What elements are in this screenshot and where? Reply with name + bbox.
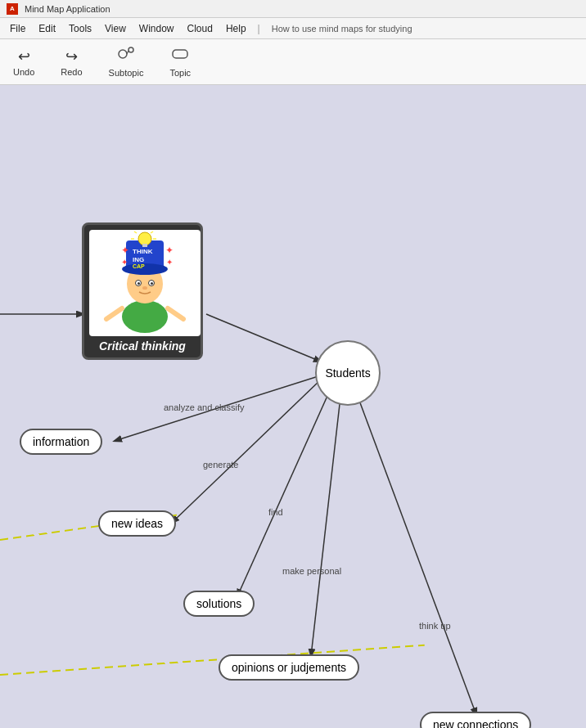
new-ideas-label: new ideas [111,517,163,530]
information-node[interactable]: information [20,429,102,455]
svg-rect-3 [173,50,187,58]
solutions-label: solutions [196,597,241,610]
critical-thinking-image: THINK ING CAP ✦ ✦ ✦ ✦ [89,230,201,336]
topic-icon [171,46,189,66]
menu-divider: | [253,23,265,34]
svg-point-1 [128,47,133,52]
svg-line-9 [311,404,340,656]
menu-view[interactable]: View [98,21,133,36]
information-label: information [33,435,89,448]
svg-line-10 [356,392,476,715]
new-ideas-node[interactable]: new ideas [98,510,176,537]
svg-point-0 [119,50,127,58]
critical-thinking-caption: Critical thinking [89,339,196,353]
opinions-label: opinions or judjements [232,661,346,674]
svg-text:✦: ✦ [165,245,174,256]
generate-edge-label: generate [203,460,238,470]
menu-file[interactable]: File [3,21,32,36]
toolbar: ↩ Undo ↪ Redo Subtopic Topic [0,39,586,85]
undo-label: Undo [13,67,34,77]
redo-label: Redo [61,67,82,77]
critical-thinking-node[interactable]: THINK ING CAP ✦ ✦ ✦ ✦ Critical thinki [82,222,203,360]
menu-help[interactable]: Help [219,21,253,36]
students-label: Students [325,366,370,380]
svg-text:✦: ✦ [121,258,128,267]
new-connections-label: new connections [433,718,518,728]
title-bar: A Mind Map Application [0,0,586,18]
opinions-node[interactable]: opinions or judjements [219,654,359,681]
svg-text:CAP: CAP [133,263,145,269]
svg-line-7 [172,380,321,523]
find-edge-label: find [268,507,283,517]
new-connections-node[interactable]: new connections [420,712,531,728]
app-title: Mind Map Application [25,4,110,14]
app-icon: A [7,3,18,15]
thinking-cap-svg: THINK ING CAP ✦ ✦ ✦ ✦ [92,231,198,335]
svg-point-28 [138,232,151,245]
svg-text:✦: ✦ [166,258,173,267]
canvas[interactable]: THINK ING CAP ✦ ✦ ✦ ✦ Critical thinki [0,85,586,728]
subtopic-label: Subtopic [109,68,144,78]
make-personal-edge-label: make personal [282,566,341,576]
subtopic-icon [117,46,135,66]
solutions-node[interactable]: solutions [183,591,255,617]
svg-point-19 [137,282,140,285]
redo-icon: ↪ [65,47,78,65]
svg-point-24 [122,263,168,275]
redo-button[interactable]: ↪ Redo [54,44,88,80]
students-node[interactable]: Students [315,340,381,406]
subtopic-button[interactable]: Subtopic [102,43,151,81]
help-link[interactable]: How to use mind maps for studying [265,22,419,35]
svg-rect-29 [142,244,147,247]
svg-text:ING: ING [133,256,144,263]
menu-window[interactable]: Window [133,21,181,36]
svg-point-21 [142,286,147,290]
menu-cloud[interactable]: Cloud [181,21,219,36]
svg-point-20 [151,282,153,285]
connection-lines [0,85,586,728]
undo-icon: ↩ [18,47,30,65]
svg-point-12 [122,300,168,333]
menu-tools[interactable]: Tools [62,21,98,36]
analyze-edge-label: analyze and classify [164,402,244,412]
svg-text:✦: ✦ [121,245,129,256]
topic-button[interactable]: Topic [163,43,197,81]
topic-label: Topic [169,68,191,78]
menu-edit[interactable]: Edit [32,21,62,36]
svg-line-4 [206,314,321,362]
undo-button[interactable]: ↩ Undo [7,44,41,80]
menu-bar: File Edit Tools View Window Cloud Help |… [0,18,586,39]
svg-text:THINK: THINK [133,248,153,255]
think-up-edge-label: think up [419,621,451,631]
